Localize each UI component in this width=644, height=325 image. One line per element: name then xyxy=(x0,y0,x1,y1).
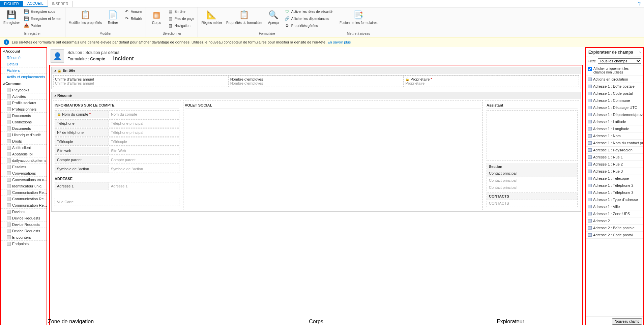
nav-item[interactable]: Communication Re... xyxy=(1,202,47,209)
explorer-item[interactable]: Adresse 1 : Rue 3 xyxy=(586,168,643,175)
explorer-item[interactable]: Adresse 1 : Nom xyxy=(586,132,643,140)
nav-section-common[interactable]: Common xyxy=(1,80,47,87)
nav-item-résumé[interactable]: Résumé xyxy=(1,55,47,61)
section-resume[interactable]: Résumé INFORMATIONS SUR LE COMPTE 🔒 Nom … xyxy=(51,92,581,212)
nav-item[interactable]: Device Requests xyxy=(1,215,47,221)
nav-item[interactable]: Actifs client xyxy=(1,145,47,151)
assistant-box[interactable] xyxy=(487,110,578,161)
field-row[interactable]: 🔒 Nom du compte *Nom du compte xyxy=(55,110,179,118)
nav-item[interactable]: Historique d'audit xyxy=(1,132,47,138)
field-row[interactable]: Compte parentCompte parent xyxy=(55,156,179,164)
navigation-button[interactable]: ▥Navigation xyxy=(166,22,196,29)
nav-item[interactable]: Playbooks xyxy=(1,87,47,93)
explorer-item[interactable]: Adresse 1 : Code postal xyxy=(586,90,643,97)
field-row[interactable]: Site webSite Web xyxy=(55,147,179,155)
banner-link[interactable]: En savoir plus xyxy=(327,40,351,44)
nav-item[interactable]: Encounters xyxy=(1,234,47,241)
explorer-item[interactable]: Adresse 1 : Zone UPS xyxy=(586,210,643,217)
explorer-item[interactable]: Adresse 1 : Téléphone 2 xyxy=(586,182,643,189)
explorer-item[interactable]: Adresse 2 xyxy=(586,217,643,225)
nav-item-fichiers[interactable]: Fichiers xyxy=(1,67,47,74)
tab-file[interactable]: FICHIER xyxy=(0,1,23,7)
field-row[interactable]: N° de téléphoneTéléphone principal xyxy=(55,128,179,137)
nav-item[interactable]: Droits xyxy=(1,138,47,145)
preview-button[interactable]: 🔍 Aperçu xyxy=(265,8,282,26)
field-row[interactable]: TéléphoneTéléphone principal xyxy=(55,119,179,127)
explorer-item[interactable]: Adresse 2 : Boîte postale xyxy=(586,225,643,232)
explorer-item[interactable]: Actions en circulation xyxy=(586,76,643,83)
new-field-button[interactable]: Nouveau champ xyxy=(612,318,642,325)
nav-item-actifs-et-emplacements[interactable]: Actifs et emplacements xyxy=(1,74,47,80)
field-employees[interactable]: Nombre d'employés Nombre d'employés xyxy=(229,76,404,87)
nav-item[interactable]: Device Requests xyxy=(1,228,47,234)
modify-props-button[interactable]: 📋 Modifier les propriétés xyxy=(67,8,103,26)
explorer-item[interactable]: Adresse 1 : Pays/région xyxy=(586,147,643,154)
explorer-item[interactable]: Adresse 1 : Nom du contact principal xyxy=(586,140,643,147)
field-map-view[interactable]: Vue Carte xyxy=(55,198,179,206)
explorer-item[interactable]: Adresse 1 : Décalage UTC xyxy=(586,104,643,111)
nav-item[interactable]: Conversations en c... xyxy=(1,177,47,183)
nav-item[interactable]: Communication Re... xyxy=(1,196,47,202)
nav-item[interactable]: Activités xyxy=(1,93,47,100)
body-button[interactable]: ▦ Corps xyxy=(148,8,165,26)
explorer-item[interactable]: Adresse 1 : Téléphone 3 xyxy=(586,189,643,196)
footer-button[interactable]: ▤Pied de page xyxy=(166,15,196,22)
field-address1[interactable]: Adresse 1 Adresse 1 xyxy=(55,182,179,190)
nav-item[interactable]: Endpoints xyxy=(1,241,47,247)
nav-item[interactable]: dailyaccountkpiitems xyxy=(1,157,47,164)
nav-item-détails[interactable]: Détails xyxy=(1,61,47,67)
header-button[interactable]: ▤En-tête xyxy=(166,8,196,15)
save-close-button[interactable]: 💾Enregistrer et fermer xyxy=(23,15,63,22)
field-row[interactable]: Symbole de l'actionSymbole de l'action xyxy=(55,165,179,173)
nav-item[interactable]: Communication Re... xyxy=(1,189,47,196)
explorer-item[interactable]: Adresse 1 : Latitude xyxy=(586,118,643,125)
nav-item[interactable]: Device Requests xyxy=(1,221,47,228)
nav-item[interactable]: Essaims xyxy=(1,164,47,170)
filter-select[interactable]: Tous les champs xyxy=(598,58,641,64)
help-icon[interactable]: ? xyxy=(638,1,641,6)
explorer-item[interactable]: Adresse 1 : Boîte postale xyxy=(586,83,643,90)
field-row[interactable]: TélécopieTélécopie xyxy=(55,138,179,146)
sub-contacts[interactable]: CONTACTS CONTACTS xyxy=(487,193,578,207)
section-entete[interactable]: 🔒En-tête Chiffre d'affaires annuel Chiff… xyxy=(51,67,581,89)
explorer-item[interactable]: Adresse 2 : Code postal xyxy=(586,232,643,239)
field-revenue[interactable]: Chiffre d'affaires annuel Chiffre d'affa… xyxy=(53,76,229,87)
entity-icon xyxy=(7,190,11,195)
merge-forms-button[interactable]: 📑 Fusionner les formulaires xyxy=(338,8,379,26)
nav-item[interactable]: Profils sociaux xyxy=(1,100,47,106)
field-owner[interactable]: 🔒 Propriétaire * Propriétaire xyxy=(404,76,579,87)
publish-button[interactable]: 📤Publier xyxy=(23,22,63,29)
managed-props-button[interactable]: ⚙Propriétés gérées xyxy=(283,22,334,29)
remove-button[interactable]: 📄 Retirer xyxy=(105,8,121,26)
tab-home[interactable]: ACCUEIL xyxy=(23,0,48,7)
explorer-item[interactable]: Adresse 1 : Longitude xyxy=(586,125,643,132)
undo-button[interactable]: ↶Annuler xyxy=(123,8,144,15)
explorer-item[interactable]: Adresse 1 : Télécopie xyxy=(586,175,643,182)
save-button[interactable]: 💾 Enregistrer xyxy=(2,8,21,26)
explorer-item[interactable]: Adresse 1 : Rue 2 xyxy=(586,161,643,168)
nav-item[interactable]: Identificateur uniq... xyxy=(1,183,47,189)
tab-insert[interactable]: INSÉRER xyxy=(48,1,73,7)
nav-item[interactable]: Connexions xyxy=(1,119,47,125)
nav-item[interactable]: Devices xyxy=(1,209,47,215)
biz-rules-button[interactable]: 📐 Règles métier xyxy=(200,8,224,26)
nav-item[interactable]: Conversations xyxy=(1,170,47,177)
show-deps-button[interactable]: 🔗Afficher les dépendances xyxy=(283,15,334,22)
sub-section[interactable]: Section Contact principal Contact princi… xyxy=(487,163,578,191)
explorer-header[interactable]: Explorateur de champs › xyxy=(586,48,643,57)
unused-fields-checkbox[interactable] xyxy=(588,67,592,71)
nav-section-account[interactable]: Account xyxy=(1,48,47,55)
explorer-item[interactable]: Adresse 1 : Commune xyxy=(586,97,643,104)
nav-item[interactable]: Documents xyxy=(1,125,47,132)
save-as-button[interactable]: 💾Enregistrer sous xyxy=(23,8,63,15)
form-props-button[interactable]: 📋 Propriétés du formulaire xyxy=(225,8,264,26)
explorer-item[interactable]: Adresse 1 : Département/province xyxy=(586,111,643,118)
nav-item[interactable]: Appareils IoT xyxy=(1,151,47,157)
explorer-item[interactable]: Adresse 1 : Rue 1 xyxy=(586,154,643,161)
nav-item[interactable]: Documents xyxy=(1,113,47,119)
explorer-item[interactable]: Adresse 1 : Type d'adresse xyxy=(586,196,643,203)
enable-roles-button[interactable]: 🛡Activer les rôles de sécurité xyxy=(283,8,334,15)
nav-item[interactable]: Professionnels xyxy=(1,106,47,113)
explorer-item[interactable]: Adresse 1 : Ville xyxy=(586,203,643,210)
redo-button[interactable]: ↷Rétablir xyxy=(123,15,144,22)
